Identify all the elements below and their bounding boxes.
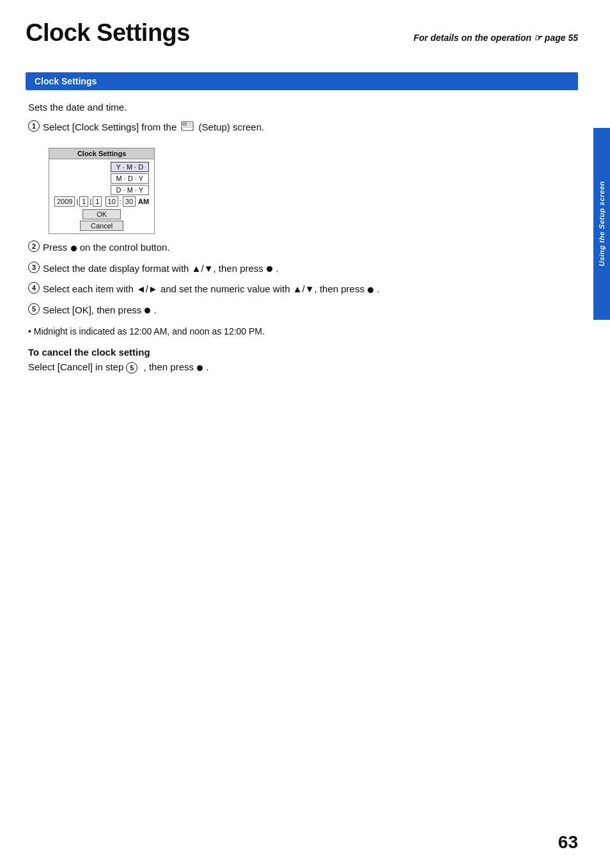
setup-icon [181, 121, 194, 136]
dialog-option-dmy[interactable]: D · M · Y [111, 185, 150, 195]
svg-rect-4 [188, 125, 192, 126]
step-2-text-after: on the control button. [80, 242, 170, 253]
bullet-circle-5 [145, 308, 150, 313]
step-3-text: Select the date display format with ▲/▼,… [43, 262, 575, 276]
step-1-text: Select [Clock Settings] from the (Setup)… [43, 120, 575, 135]
dialog-option-ymd[interactable]: Y · M · D [111, 162, 150, 172]
midnight-note: • Midnight is indicated as 12:00 AM, and… [28, 326, 575, 336]
setup-icon-svg [181, 121, 194, 131]
step-1-text-before: Select [Clock Settings] from the [43, 122, 176, 132]
page-title: Clock Settings [26, 19, 190, 47]
header-note-icon: ☞ [534, 33, 545, 43]
dialog-option-row-1: Y · M · D [54, 162, 149, 172]
bullet-circle-4 [368, 287, 373, 293]
header-note: For details on the operation ☞ page 55 [414, 33, 578, 43]
step-4-text: Select each item with ◄/► and set the nu… [43, 282, 575, 297]
step-5-text: Select [OK], then press . [43, 303, 575, 318]
bullet-circle-2 [71, 246, 77, 251]
step-3-text-content: Select the date display format with ▲/▼,… [43, 263, 266, 274]
section-header: Clock Settings [26, 72, 578, 90]
svg-rect-1 [183, 123, 187, 125]
step-3-period: . [276, 263, 278, 274]
cancel-step-num: 5 [126, 362, 137, 374]
step-5-period: . [154, 304, 157, 315]
dialog-option-row-3: D · M · Y [54, 185, 149, 195]
step-3: 3 Select the date display format with ▲/… [28, 262, 575, 276]
step-1-num: 1 [28, 120, 40, 132]
cancel-text-before: Select [Cancel] in step [28, 361, 123, 372]
dialog-time-row: 2009 | 1 | 1 10 : 30 AM [54, 196, 149, 207]
bullet-circle-cancel [197, 365, 203, 371]
dialog-year[interactable]: 2009 [54, 196, 75, 207]
step-5-num: 5 [28, 303, 40, 315]
cancel-heading: To cancel the clock setting [28, 347, 575, 358]
step-5-text-content: Select [OK], then press [43, 304, 144, 315]
step-2: 2 Press on the control button. [28, 241, 575, 255]
step-2-text-content: Press [43, 242, 70, 253]
intro-text: Sets the date and time. [28, 102, 575, 113]
dialog-buttons: OK Cancel [54, 209, 149, 231]
page-number: 63 [558, 832, 578, 853]
dialog-ok-button[interactable]: OK [82, 209, 121, 219]
step-5: 5 Select [OK], then press . [28, 303, 575, 318]
dialog-min[interactable]: 30 [123, 196, 136, 207]
dialog-body: Y · M · D M · D · Y D · M · Y 2009 | 1 |… [49, 159, 154, 233]
cancel-period: . [206, 361, 208, 372]
step-4-num: 4 [28, 282, 40, 294]
step-1-text-after: (Setup) screen. [199, 122, 265, 132]
dialog-option-row-2: M · D · Y [54, 173, 149, 184]
step-2-num: 2 [28, 241, 40, 252]
svg-rect-3 [188, 123, 192, 124]
clock-settings-dialog: Clock Settings Y · M · D M · D · Y D · M… [49, 148, 155, 234]
header-note-page: page 55 [545, 33, 578, 43]
sidebar-label: Using the Setup screen [598, 181, 606, 266]
dialog-title: Clock Settings [49, 148, 154, 159]
header-note-text: For details on the operation [414, 33, 531, 43]
main-content: Sets the date and time. 1 Select [Clock … [26, 102, 578, 374]
cancel-text-after: , then press [144, 361, 194, 372]
right-sidebar: Using the Setup screen [593, 128, 610, 320]
step-4-period: . [377, 283, 379, 294]
dialog-ampm: AM [138, 198, 149, 205]
step-3-num: 3 [28, 262, 40, 273]
dialog-month[interactable]: 1 [79, 196, 88, 207]
step-4: 4 Select each item with ◄/► and set the … [28, 282, 575, 297]
step-1: 1 Select [Clock Settings] from the (Setu… [28, 120, 575, 135]
svg-rect-2 [183, 127, 192, 128]
step-2-text: Press on the control button. [43, 241, 575, 255]
dialog-cancel-button[interactable]: Cancel [80, 221, 123, 231]
page-header: Clock Settings For details on the operat… [26, 19, 578, 47]
step-4-text-content: Select each item with ◄/► and set the nu… [43, 283, 367, 294]
section-label: Clock Settings [35, 76, 97, 86]
cancel-text: Select [Cancel] in step 5 , then press . [28, 361, 575, 374]
dialog-day[interactable]: 1 [93, 196, 102, 207]
dialog-option-mdy[interactable]: M · D · Y [111, 173, 150, 184]
bullet-circle-3 [267, 266, 272, 272]
dialog-hour[interactable]: 10 [106, 196, 118, 207]
page-container: Clock Settings For details on the operat… [0, 0, 610, 868]
